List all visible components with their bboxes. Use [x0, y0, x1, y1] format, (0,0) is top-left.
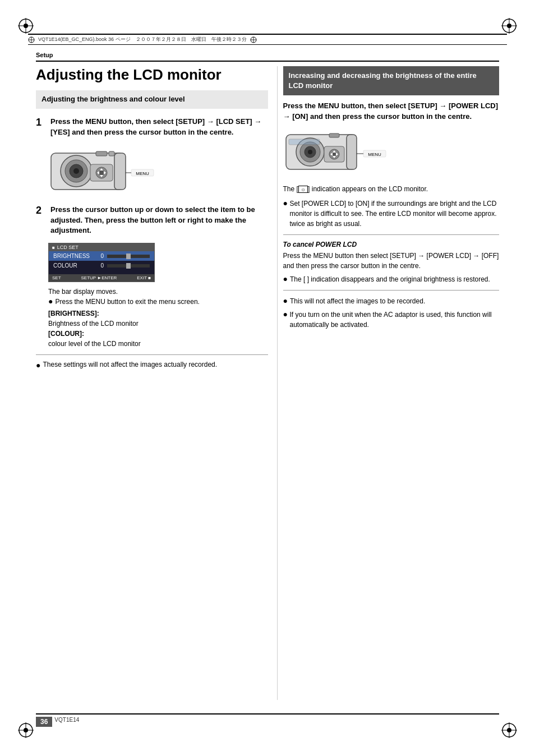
colour-desc-text: colour level of the LCD monitor	[48, 340, 141, 348]
lcd-bottom-exit: EXIT ■	[137, 275, 151, 280]
divider-right-1	[283, 234, 499, 235]
bottom-bullet-text-2: If you turn on the unit when the AC adap…	[290, 310, 499, 330]
note-bullet: ●	[36, 361, 40, 370]
brightness-label-text: [BRIGHTNESS]:	[48, 310, 99, 317]
step-1-text: Press the MENU button, then select [SETU…	[50, 117, 268, 138]
page-title: Adjusting the LCD monitor	[36, 66, 268, 84]
cancel-bullets: ● The [ ] indication disappears and the …	[283, 274, 499, 284]
divider-left	[36, 354, 268, 355]
lcd-colour-label: COLOUR	[53, 262, 93, 269]
bullet-exit-menu: ● Press the MENU button to exit the menu…	[48, 297, 268, 307]
left-column: Adjusting the LCD monitor Adjusting the …	[36, 66, 277, 700]
step-1-number: 1	[36, 117, 46, 138]
page-footer: 36 VQT1E14	[36, 713, 499, 727]
right-column: Increasing and decreasing the brightness…	[277, 66, 499, 700]
colour-label-text: [COLOUR]:	[48, 330, 84, 338]
lcd-row-colour: COLOUR 0	[49, 261, 154, 270]
lcd-screenshot: ■ LCD SET BRIGHTNESS 0 COLOUR 0	[48, 243, 155, 282]
bottom-bullet-dot-2: ●	[283, 310, 288, 319]
top-bar-text: VQT1E14(EB_GC_ENG).book 36 ページ ２００７年２月２８…	[36, 36, 249, 43]
top-rule	[36, 61, 499, 62]
lcd-bar-indicator-brightness	[126, 253, 131, 259]
bottom-bullet-1: ● This will not affect the images to be …	[283, 296, 499, 306]
right-section-header: Increasing and decreasing the brightness…	[283, 66, 499, 95]
svg-rect-28	[109, 151, 114, 156]
lcd-bar-colour	[107, 264, 150, 268]
camera-illustration-1: MENU	[48, 145, 268, 197]
step-1: 1 Press the MENU button, then select [SE…	[36, 117, 268, 138]
cancel-bullet-1: ● The [ ] indication disappears and the …	[283, 274, 499, 284]
lcd-bottom-set: SET	[52, 275, 61, 280]
svg-text:MENU: MENU	[136, 171, 149, 176]
svg-rect-46	[347, 135, 357, 169]
svg-rect-54	[289, 139, 320, 145]
lcd-row-brightness: BRIGHTNESS 0	[49, 251, 154, 261]
lcd-colour-value: 0	[96, 262, 104, 269]
right-bullet-1: ● Set [POWER LCD] to [ON] if the surroun…	[283, 199, 499, 229]
lcd-brightness-label: BRIGHTNESS	[53, 253, 93, 259]
step-2-text: Press the cursor button up or down to se…	[50, 205, 268, 237]
note-text: ● These settings will not affect the ima…	[36, 361, 268, 370]
svg-point-44	[308, 150, 312, 154]
right-bullet-dot-1: ●	[283, 199, 288, 208]
bullet-exit-menu-text: Press the MENU button to exit the menu s…	[55, 297, 199, 307]
cancel-bullet-dot-1: ●	[283, 274, 288, 284]
bottom-bullet-dot-1: ●	[283, 296, 288, 306]
svg-point-49	[332, 152, 336, 156]
step-2: 2 Press the cursor button up or down to …	[36, 205, 268, 237]
camera-illustration-2: MENU	[283, 128, 499, 177]
lcd-bottom-bar: SET SETUP ►ENTER EXIT ■	[49, 274, 154, 282]
svg-rect-45	[329, 133, 339, 137]
lcd-bar-brightness	[107, 255, 150, 258]
bottom-bullet-2: ● If you turn on the unit when the AC ad…	[283, 310, 499, 330]
page-code: VQT1E14	[54, 717, 79, 723]
reg-mark-top-right	[499, 16, 519, 36]
bullet-dot-1: ●	[48, 297, 53, 306]
reg-mark-top-left	[16, 16, 36, 36]
right-bullet-text-1: Set [POWER LCD] to [ON] if the surroundi…	[290, 199, 499, 229]
lcd-brightness-value: 0	[96, 253, 104, 259]
cancel-heading: To cancel POWER LCD	[283, 241, 499, 248]
top-bar: VQT1E14(EB_GC_ENG).book 36 ページ ２００７年２月２８…	[28, 34, 507, 45]
bottom-bullet-text-1: This will not affect the images to be re…	[290, 296, 425, 306]
section-label: Setup	[36, 52, 53, 58]
right-instruction: Press the MENU button, then select [SETU…	[283, 101, 499, 122]
reg-mark-bottom-right	[499, 720, 519, 740]
cancel-text: Press the MENU button then select [SETUP…	[283, 251, 499, 271]
svg-point-26	[73, 168, 79, 174]
lcd-bar-indicator-colour	[126, 263, 131, 269]
crosshair-icon-right	[250, 36, 257, 43]
reg-mark-bottom-left	[16, 720, 36, 740]
svg-text:MENU: MENU	[368, 152, 381, 157]
crosshair-icon-left	[28, 36, 35, 43]
divider-right-2	[283, 290, 499, 291]
svg-point-32	[99, 170, 104, 176]
page-number: 36	[36, 717, 52, 727]
svg-rect-29	[114, 153, 126, 190]
main-content: Adjusting the LCD monitor Adjusting the …	[36, 66, 499, 700]
indication-text: The [☼] indication appears on the LCD mo…	[283, 184, 499, 194]
step-2-number: 2	[36, 205, 46, 237]
lcd-title-bar: ■ LCD SET	[49, 243, 154, 251]
sub-section-title: Adjusting the brightness and colour leve…	[41, 95, 262, 104]
cancel-bullet-text-1: The [ ] indication disappears and the or…	[290, 274, 490, 284]
bar-display-moves: The bar display moves.	[48, 287, 268, 297]
sub-section-box: Adjusting the brightness and colour leve…	[36, 90, 268, 109]
svg-rect-27	[96, 151, 107, 156]
lcd-title: LCD SET	[57, 245, 79, 250]
right-bullets: ● Set [POWER LCD] to [ON] if the surroun…	[283, 199, 499, 229]
brightness-desc-text: Brightness of the LCD monitor	[48, 320, 139, 328]
brightness-label: [BRIGHTNESS]: Brightness of the LCD moni…	[48, 308, 268, 349]
bottom-bullets: ● This will not affect the images to be …	[283, 296, 499, 330]
note-content: These settings will not affect the image…	[43, 361, 217, 370]
bar-display-text: The bar display moves. ● Press the MENU …	[48, 287, 268, 349]
lcd-bottom-enter: SETUP ►ENTER	[81, 275, 117, 280]
